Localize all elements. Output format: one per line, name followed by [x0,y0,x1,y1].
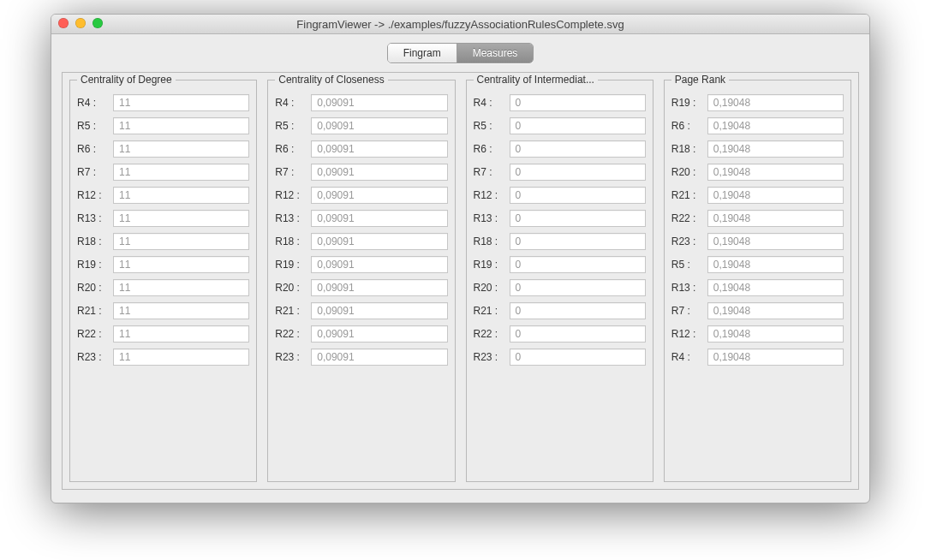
metric-value-field[interactable] [510,279,646,296]
metric-label: R19 : [275,259,307,271]
metric-value-field[interactable] [510,117,646,134]
metric-value-field[interactable] [311,140,447,158]
metric-value-field[interactable] [707,164,844,181]
metric-label: R13 : [474,212,506,224]
metric-value-field[interactable] [311,117,447,134]
metric-value-field[interactable] [707,279,844,296]
metric-row: R22 : [275,325,447,343]
metric-value-field[interactable] [707,187,844,204]
metric-value-field[interactable] [707,349,844,366]
metric-label: R23 : [671,235,704,247]
metric-value-field[interactable] [707,256,844,273]
metric-value-field[interactable] [113,325,249,343]
metric-row: R22 : [474,325,646,343]
metric-row: R22 : [671,210,844,227]
metric-value-field[interactable] [510,94,646,111]
metric-label: R7 : [275,166,307,178]
metric-row: R12 : [77,187,249,204]
metric-row: R12 : [474,187,646,204]
metric-row: R20 : [671,164,844,181]
metric-value-field[interactable] [113,210,249,227]
metric-value-field[interactable] [311,94,447,111]
metric-row: R5 : [474,117,646,134]
metric-value-field[interactable] [707,140,844,158]
metric-label: R23 : [275,351,307,363]
zoom-icon[interactable] [92,18,103,28]
metric-value-field[interactable] [311,256,447,273]
metric-value-field[interactable] [707,210,844,227]
metric-label: R23 : [77,351,110,363]
tab-measures[interactable]: Measures [457,44,534,63]
metric-value-field[interactable] [113,279,249,296]
metric-value-field[interactable] [311,349,447,366]
metric-label: R21 : [275,305,307,317]
metric-label: R4 : [275,97,307,109]
metric-value-field[interactable] [113,187,249,204]
metric-label: R19 : [77,259,110,271]
metric-row: R19 : [474,256,646,273]
metric-value-field[interactable] [510,187,646,204]
metric-value-field[interactable] [707,233,844,250]
metric-value-field[interactable] [707,117,844,134]
metric-value-field[interactable] [113,94,249,111]
group-centrality-degree: Centrality of Degree R4 : R5 : R6 : R7 :… [69,80,257,482]
metric-value-field[interactable] [311,164,447,181]
metric-value-field[interactable] [510,302,646,319]
minimize-icon[interactable] [75,18,86,28]
metric-value-field[interactable] [113,302,249,319]
metric-row: R6 : [474,140,646,158]
metric-value-field[interactable] [707,302,844,319]
metric-value-field[interactable] [311,210,447,227]
metric-value-field[interactable] [510,349,646,366]
metric-value-field[interactable] [113,256,249,273]
titlebar[interactable]: FingramViewer -> ./examples/fuzzyAssocia… [51,15,869,34]
metric-value-field[interactable] [707,325,844,343]
metric-value-field[interactable] [510,210,646,227]
metric-value-field[interactable] [510,233,646,250]
segmented-control: Fingram Measures [387,43,534,63]
metric-row: R20 : [474,279,646,296]
metric-row: R7 : [275,164,447,181]
metric-row: R7 : [671,302,844,319]
metric-row: R19 : [77,256,249,273]
metric-label: R6 : [77,143,110,155]
metric-label: R21 : [474,305,506,317]
metric-value-field[interactable] [311,302,447,319]
metric-row: R22 : [77,325,249,343]
metric-label: R6 : [275,143,307,155]
metric-value-field[interactable] [311,325,447,343]
metric-value-field[interactable] [707,94,844,111]
group-rows: R19 : R6 : R18 : R20 : R21 : R22 : R23 :… [671,94,844,366]
metric-label: R5 : [474,120,506,132]
metric-row: R23 : [474,349,646,366]
metric-value-field[interactable] [113,164,249,181]
metric-row: R18 : [671,140,844,158]
metric-value-field[interactable] [113,233,249,250]
metric-row: R4 : [275,94,447,111]
metric-value-field[interactable] [113,349,249,366]
metric-label: R7 : [474,166,506,178]
group-rows: R4 : R5 : R6 : R7 : R12 : R13 : R18 : R1… [474,94,646,366]
metric-value-field[interactable] [113,140,249,158]
group-centrality-intermediation: Centrality of Intermediat... R4 : R5 : R… [466,80,653,482]
metric-label: R19 : [671,97,704,109]
metric-label: R19 : [474,259,506,271]
metric-value-field[interactable] [510,325,646,343]
metric-value-field[interactable] [510,164,646,181]
metric-label: R20 : [474,282,506,294]
metric-row: R6 : [275,140,447,158]
metric-value-field[interactable] [113,117,249,134]
close-icon[interactable] [58,18,69,28]
window-controls [58,18,103,28]
metric-label: R18 : [77,235,110,247]
metric-value-field[interactable] [311,187,447,204]
metric-value-field[interactable] [510,256,646,273]
metric-label: R21 : [77,305,110,317]
metric-value-field[interactable] [510,140,646,158]
metric-label: R18 : [671,143,704,155]
metric-label: R22 : [275,328,307,340]
tab-fingram[interactable]: Fingram [388,44,457,63]
metric-value-field[interactable] [311,279,447,296]
metric-value-field[interactable] [311,233,447,250]
metric-label: R6 : [671,120,704,132]
